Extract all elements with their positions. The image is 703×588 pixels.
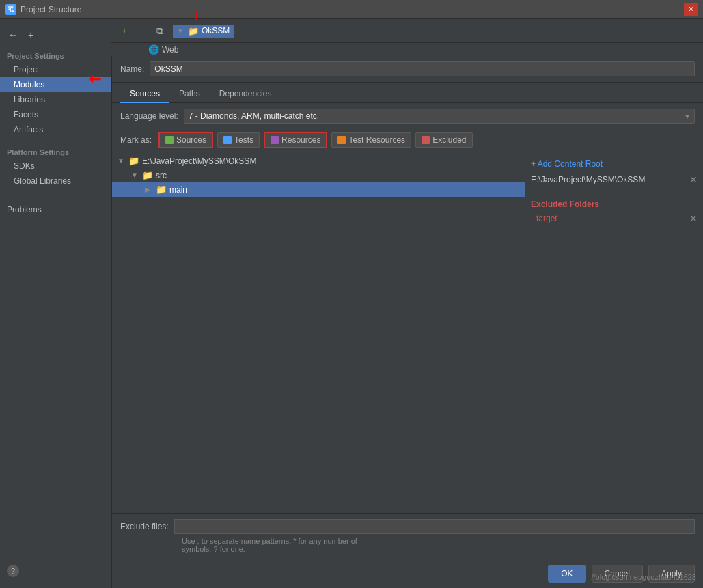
mark-tests-button[interactable]: Tests	[217, 132, 260, 148]
add-content-root-button[interactable]: + Add Content Root	[531, 156, 698, 171]
sidebar-item-libraries[interactable]: Libraries	[0, 92, 111, 107]
mark-excluded-button[interactable]: Excluded	[415, 132, 472, 148]
sidebar-item-artifacts[interactable]: Artifacts	[0, 122, 111, 137]
app-icon: 🏗	[5, 4, 16, 15]
resources-icon	[271, 136, 279, 144]
split-area: ▼ 📁 E:\JavaProject\MySSM\OkSSM ▼ 📁 src ▶…	[112, 151, 703, 513]
web-module-name: Web	[162, 45, 178, 55]
name-input[interactable]	[150, 61, 695, 76]
remove-module-button[interactable]: −	[135, 23, 150, 38]
sidebar-bottom: ?	[0, 559, 111, 583]
copy-module-button[interactable]: ⧉	[152, 23, 167, 38]
excluded-icon	[422, 136, 430, 144]
tab-dependencies[interactable]: Dependencies	[210, 85, 281, 103]
content-root-path-text: E:\JavaProject\MySSM\OkSSM	[531, 175, 645, 184]
content-root-path-row: E:\JavaProject\MySSM\OkSSM ✕	[531, 171, 698, 188]
folder-src[interactable]: ▼ 📁 src	[112, 168, 525, 182]
root-arrow-icon: ▼	[118, 157, 126, 165]
language-level-label: Language level:	[120, 111, 178, 121]
mark-sources-button[interactable]: Sources	[158, 132, 213, 148]
sources-icon	[165, 136, 174, 144]
excluded-section: Excluded Folders target ✕	[531, 197, 698, 225]
remove-excluded-button[interactable]: ✕	[689, 213, 698, 224]
test-resources-icon	[337, 136, 346, 144]
sidebar-item-sdks[interactable]: SDKs	[0, 158, 111, 173]
nav-forward-button[interactable]: +	[23, 27, 38, 42]
bottom-bar: OK Cancel Apply	[112, 559, 703, 588]
module-tree-okssm[interactable]: ▼ 📁 OkSSM	[173, 25, 234, 38]
content-area: + − ⧉ ↓ ▼ 📁 OkSSM 🌐 W	[111, 19, 703, 588]
sidebar-item-project[interactable]: Project	[0, 62, 111, 77]
web-icon: 🌐	[148, 44, 159, 55]
root-folder-icon: 📁	[128, 156, 139, 166]
mark-resources-button[interactable]: Resources	[264, 132, 327, 148]
module-name: OkSSM	[202, 26, 230, 36]
folder-root[interactable]: ▼ 📁 E:\JavaProject\MySSM\OkSSM	[112, 154, 525, 168]
exclude-files-input[interactable]	[174, 519, 695, 534]
name-row: Name:	[112, 56, 703, 83]
language-level-row: Language level: 7 - Diamonds, ARM, multi…	[112, 103, 703, 129]
excluded-item-target: target ✕	[531, 212, 698, 225]
mark-as-row: Mark as: Sources Tests Resources Test Re…	[112, 129, 703, 151]
tab-sources[interactable]: Sources	[120, 85, 169, 103]
main-arrow-icon: ▶	[145, 186, 153, 193]
folder-tree: ▼ 📁 E:\JavaProject\MySSM\OkSSM ▼ 📁 src ▶…	[112, 151, 525, 513]
sidebar-item-problems[interactable]: Problems	[7, 202, 104, 217]
window-title: Project Structure	[20, 5, 81, 14]
exclude-files-area: Exclude files: Use ; to separate name pa…	[112, 513, 703, 559]
platform-settings-label: Platform Settings	[0, 144, 111, 158]
src-text: src	[156, 171, 167, 180]
help-button[interactable]: ?	[7, 565, 19, 577]
exclude-files-label: Exclude files:	[120, 522, 169, 531]
ok-button[interactable]: OK	[548, 565, 585, 583]
exclude-files-row: Exclude files:	[120, 519, 695, 534]
folder-main[interactable]: ▶ 📁 main	[112, 182, 525, 197]
sidebar-item-global-libraries[interactable]: Global Libraries	[0, 173, 111, 188]
root-path-text: E:\JavaProject\MySSM\OkSSM	[142, 156, 256, 166]
divider	[531, 191, 698, 191]
sidebar-item-facets[interactable]: Facets	[0, 107, 111, 122]
mark-as-label: Mark as:	[120, 135, 152, 145]
src-arrow-icon: ▼	[131, 171, 139, 179]
module-toolbar: + − ⧉ ↓ ▼ 📁 OkSSM	[111, 19, 703, 43]
content-panel: Name: Sources Paths Dependencies Languag…	[111, 56, 703, 588]
project-settings-label: Project Settings	[0, 48, 111, 62]
name-label: Name:	[120, 64, 144, 74]
apply-button[interactable]: Apply	[648, 565, 695, 583]
nav-back-button[interactable]: ←	[5, 27, 20, 42]
tab-paths[interactable]: Paths	[169, 85, 210, 103]
right-panel: + Add Content Root E:\JavaProject\MySSM\…	[525, 151, 703, 513]
tabs-row: Sources Paths Dependencies	[112, 83, 703, 103]
main-text: main	[169, 185, 187, 195]
src-folder-icon: 📁	[142, 170, 153, 180]
remove-content-root-button[interactable]: ✕	[689, 174, 698, 185]
mark-test-resources-button[interactable]: Test Resources	[331, 132, 411, 148]
title-bar: 🏗 Project Structure ✕	[0, 0, 703, 19]
cancel-button[interactable]: Cancel	[592, 565, 643, 583]
module-tree-web[interactable]: 🌐 Web	[144, 43, 703, 56]
tests-icon	[223, 136, 232, 144]
language-level-select[interactable]: 7 - Diamonds, ARM, multi-catch etc.	[184, 109, 695, 124]
excluded-folders-label: Excluded Folders	[531, 197, 698, 212]
sidebar: ← + Project Settings Project Modules Lib…	[0, 19, 111, 588]
excluded-item-text: target	[536, 214, 557, 223]
close-button[interactable]: ✕	[684, 3, 698, 16]
add-module-button[interactable]: +	[117, 23, 132, 38]
main-folder-icon: 📁	[156, 184, 167, 195]
sidebar-item-modules[interactable]: Modules	[0, 77, 111, 92]
exclude-hint: Use ; to separate name patterns, * for a…	[120, 537, 695, 553]
module-folder-icon: 📁	[188, 26, 199, 36]
